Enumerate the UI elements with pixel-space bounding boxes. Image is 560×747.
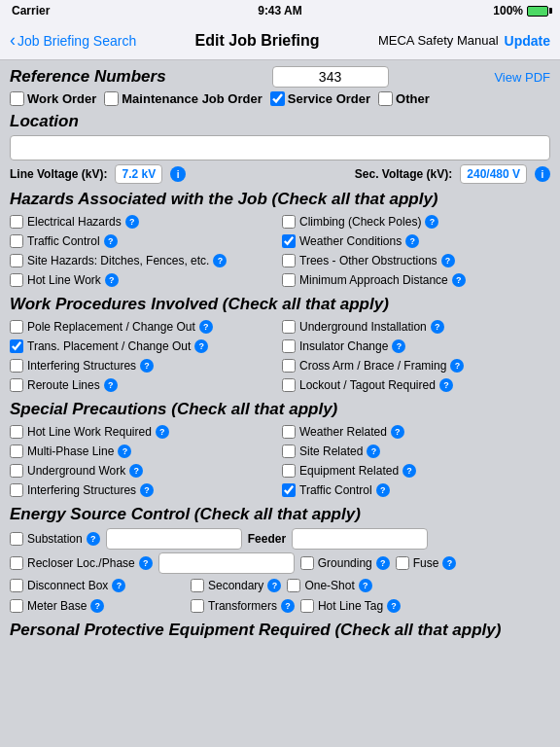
site-hazards-help-icon[interactable]: ? bbox=[213, 254, 227, 267]
one-shot-help-icon[interactable]: ? bbox=[359, 579, 372, 592]
back-button[interactable]: ‹ Job Briefing Search bbox=[10, 30, 136, 51]
work-order-checkbox[interactable] bbox=[10, 91, 24, 106]
traffic-control-checkbox[interactable] bbox=[10, 234, 23, 248]
meter-base-checkbox[interactable] bbox=[10, 599, 23, 613]
update-button[interactable]: Update bbox=[505, 33, 550, 49]
underground-installation-item[interactable]: Underground Installation ? bbox=[282, 318, 550, 336]
reroute-lines-checkbox[interactable] bbox=[10, 378, 23, 392]
insulator-change-checkbox[interactable] bbox=[282, 339, 296, 353]
one-shot-checkbox[interactable] bbox=[287, 579, 300, 592]
weather-conditions-checkbox[interactable] bbox=[282, 234, 296, 248]
site-related-item[interactable]: Site Related ? bbox=[282, 443, 550, 460]
interfering-structures-sp-checkbox[interactable] bbox=[10, 483, 23, 497]
secondary-help-icon[interactable]: ? bbox=[267, 579, 281, 592]
hot-line-tag-help-icon[interactable]: ? bbox=[387, 599, 401, 613]
other-option[interactable]: Other bbox=[378, 91, 430, 106]
equipment-related-help-icon[interactable]: ? bbox=[402, 464, 416, 478]
weather-related-checkbox[interactable] bbox=[282, 425, 296, 439]
grounding-checkbox[interactable] bbox=[300, 556, 314, 570]
interfering-structures-help-icon[interactable]: ? bbox=[140, 359, 154, 373]
hot-line-work-item[interactable]: Hot Line Work ? bbox=[10, 271, 278, 289]
equipment-related-checkbox[interactable] bbox=[282, 464, 296, 478]
secondary-item[interactable]: Secondary ? bbox=[191, 577, 281, 594]
traffic-control-help-icon[interactable]: ? bbox=[104, 234, 118, 248]
climbing-check-poles-item[interactable]: Climbing (Check Poles) ? bbox=[282, 213, 550, 231]
multi-phase-line-checkbox[interactable] bbox=[10, 445, 23, 458]
hot-line-work-required-item[interactable]: Hot Line Work Required ? bbox=[10, 423, 278, 441]
recloser-help-icon[interactable]: ? bbox=[139, 556, 153, 570]
underground-work-checkbox[interactable] bbox=[10, 464, 23, 478]
sec-voltage-info-icon[interactable]: i bbox=[535, 166, 550, 182]
grounding-help-icon[interactable]: ? bbox=[376, 556, 390, 570]
location-input[interactable] bbox=[10, 135, 550, 160]
cross-arm-checkbox[interactable] bbox=[282, 359, 296, 373]
insulator-change-item[interactable]: Insulator Change ? bbox=[282, 338, 550, 355]
secondary-checkbox[interactable] bbox=[191, 579, 204, 592]
interfering-structures-item[interactable]: Interfering Structures ? bbox=[10, 357, 278, 374]
weather-conditions-item[interactable]: Weather Conditions ? bbox=[282, 232, 550, 250]
fuse-checkbox[interactable] bbox=[396, 556, 409, 570]
one-shot-item[interactable]: One-Shot ? bbox=[287, 577, 371, 594]
minimum-approach-help-icon[interactable]: ? bbox=[452, 273, 466, 287]
feeder-input[interactable] bbox=[292, 528, 428, 550]
line-voltage-info-icon[interactable]: i bbox=[170, 166, 186, 182]
weather-related-help-icon[interactable]: ? bbox=[391, 425, 404, 439]
lockout-tagout-item[interactable]: Lockout / Tagout Required ? bbox=[282, 376, 550, 394]
traffic-control-sp-item[interactable]: Traffic Control ? bbox=[282, 481, 550, 499]
insulator-change-help-icon[interactable]: ? bbox=[392, 339, 405, 353]
minimum-approach-item[interactable]: Minimum Approach Distance ? bbox=[282, 271, 550, 289]
disconnect-box-checkbox[interactable] bbox=[10, 579, 23, 592]
traffic-control-sp-help-icon[interactable]: ? bbox=[376, 483, 390, 497]
hot-line-tag-checkbox[interactable] bbox=[300, 599, 314, 613]
meter-base-item[interactable]: Meter Base ? bbox=[10, 597, 185, 615]
electrical-hazards-item[interactable]: Electrical Hazards ? bbox=[10, 213, 278, 231]
site-hazards-checkbox[interactable] bbox=[10, 254, 23, 267]
recloser-item[interactable]: Recloser Loc./Phase ? bbox=[10, 554, 153, 572]
pole-replacement-item[interactable]: Pole Replacement / Change Out ? bbox=[10, 318, 278, 336]
grounding-item[interactable]: Grounding ? bbox=[300, 554, 390, 572]
trans-placement-help-icon[interactable]: ? bbox=[194, 339, 208, 353]
maintenance-job-order-option[interactable]: Maintenance Job Order bbox=[104, 91, 262, 106]
hot-line-work-help-icon[interactable]: ? bbox=[105, 273, 119, 287]
recloser-input[interactable] bbox=[158, 552, 295, 574]
site-related-checkbox[interactable] bbox=[282, 445, 296, 458]
disconnect-box-item[interactable]: Disconnect Box ? bbox=[10, 577, 185, 594]
recloser-checkbox[interactable] bbox=[10, 556, 23, 570]
underground-installation-help-icon[interactable]: ? bbox=[431, 320, 444, 334]
substation-item[interactable]: Substation ? bbox=[10, 530, 100, 548]
trees-other-checkbox[interactable] bbox=[282, 254, 296, 267]
cross-arm-item[interactable]: Cross Arm / Brace / Framing ? bbox=[282, 357, 550, 374]
reroute-lines-item[interactable]: Reroute Lines ? bbox=[10, 376, 278, 394]
maintenance-job-order-checkbox[interactable] bbox=[104, 91, 119, 106]
hot-line-tag-item[interactable]: Hot Line Tag ? bbox=[300, 597, 401, 615]
substation-help-icon[interactable]: ? bbox=[87, 532, 100, 546]
transformers-help-icon[interactable]: ? bbox=[281, 599, 295, 613]
fuse-help-icon[interactable]: ? bbox=[442, 556, 456, 570]
site-hazards-item[interactable]: Site Hazards: Ditches, Fences, etc. ? bbox=[10, 252, 278, 269]
weather-related-item[interactable]: Weather Related ? bbox=[282, 423, 550, 441]
substation-input[interactable] bbox=[106, 528, 242, 550]
transformers-checkbox[interactable] bbox=[191, 599, 204, 613]
pole-replacement-help-icon[interactable]: ? bbox=[199, 320, 213, 334]
underground-work-help-icon[interactable]: ? bbox=[129, 464, 143, 478]
interfering-structures-checkbox[interactable] bbox=[10, 359, 23, 373]
cross-arm-help-icon[interactable]: ? bbox=[450, 359, 464, 373]
traffic-control-sp-checkbox[interactable] bbox=[282, 483, 296, 497]
multi-phase-line-help-icon[interactable]: ? bbox=[118, 445, 131, 458]
pole-replacement-checkbox[interactable] bbox=[10, 320, 23, 334]
reference-number-input[interactable] bbox=[272, 66, 389, 88]
electrical-hazards-help-icon[interactable]: ? bbox=[125, 215, 139, 229]
work-order-option[interactable]: Work Order bbox=[10, 91, 96, 106]
reroute-lines-help-icon[interactable]: ? bbox=[104, 378, 118, 392]
trees-other-help-icon[interactable]: ? bbox=[441, 254, 455, 267]
climbing-check-poles-checkbox[interactable] bbox=[282, 215, 296, 229]
service-order-checkbox[interactable] bbox=[270, 91, 285, 106]
view-pdf-button[interactable]: View PDF bbox=[494, 70, 550, 85]
hot-line-work-checkbox[interactable] bbox=[10, 273, 23, 287]
meter-base-help-icon[interactable]: ? bbox=[90, 599, 104, 613]
interfering-structures-sp-help-icon[interactable]: ? bbox=[140, 483, 154, 497]
fuse-item[interactable]: Fuse ? bbox=[396, 554, 457, 572]
electrical-hazards-checkbox[interactable] bbox=[10, 215, 23, 229]
multi-phase-line-item[interactable]: Multi-Phase Line ? bbox=[10, 443, 278, 460]
transformers-item[interactable]: Transformers ? bbox=[191, 597, 295, 615]
